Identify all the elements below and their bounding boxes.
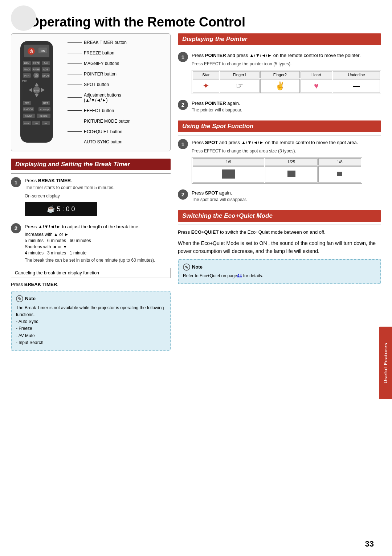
eco-quiet-page-link[interactable]: 44	[237, 273, 242, 278]
svg-text:✎: ✎	[185, 265, 188, 270]
svg-text:ASYNC: ASYNC	[25, 115, 33, 117]
pointer-section-header: Displaying the Pointer	[178, 33, 381, 45]
remote-label-auto-sync: AUTO SYNC button	[68, 139, 167, 144]
pointer-header-star: Star	[193, 71, 219, 78]
remote-label-spot: SPOT button	[68, 82, 167, 87]
remote-label-freeze: FREEZE button	[68, 50, 167, 56]
pointer-icons-table: Star Finger1 Finger2 Heart Underline ✦ ☞…	[192, 70, 381, 94]
spot-header-ninth: 1/9	[193, 158, 264, 165]
pointer-bold-2: POINTER	[205, 101, 226, 106]
svg-text:AV: AV	[44, 122, 47, 124]
spot-section-header: Using the Spot Function	[178, 120, 381, 132]
svg-text:3D: 3D	[35, 122, 38, 124]
note-icon: ✎ Note	[16, 295, 166, 303]
adjust-table: Increases with ▲ or ► 5 minutes 6 minute…	[25, 232, 171, 263]
break-timer-step-1: 1 Press BREAK TIMER. The timer starts to…	[11, 177, 171, 219]
title-decoration	[11, 5, 36, 31]
svg-text:@: @	[34, 74, 38, 78]
pointer-header-heart: Heart	[301, 71, 332, 78]
svg-text:A/V: A/V	[44, 62, 48, 65]
remote-label-effect: EFFECT button	[68, 108, 167, 113]
spot-size-small	[318, 166, 361, 183]
spot-bold-2: SPOT	[205, 190, 218, 196]
eco-quiet-section: Switching the Eco+Quiet Mode Press ECO+Q…	[178, 210, 381, 284]
pointer-step-1-content: Press POINTER and press ▲/▼/◄/► on the r…	[192, 52, 381, 97]
side-tab: Useful Features	[379, 327, 392, 399]
pointer-step-2-number: 2	[178, 100, 188, 110]
remote-label-adjustment: Adjustment buttons(▲/▼/◄/►)	[68, 93, 167, 103]
remote-label-break-timer: BREAK TIMER button	[68, 40, 167, 45]
remote-label-picture-mode: PICTURE MODE button	[68, 119, 167, 124]
remote-label-pointer: POINTER button	[68, 71, 167, 77]
pointer-bold-1: POINTER	[205, 53, 226, 58]
spot-header-25th: 1/25	[265, 158, 318, 165]
remote-diagram: ⏻ ON BRK FRZE A/V MAG	[11, 33, 171, 151]
remote-label-eco-quiet: ECO+QUIET button	[68, 129, 167, 134]
shortens-values-row: 4 minutes 3 minutes 1 minute	[25, 250, 171, 255]
pointer-icon-finger1: ☞	[220, 79, 260, 93]
svg-text:SPOT: SPOT	[42, 74, 49, 77]
spot-step-2: 2 Press SPOT again. The spot area will d…	[178, 189, 381, 203]
remote-image: ⏻ ON BRK FRZE A/V MAG	[15, 37, 62, 147]
pointer-icon-finger2: ✌	[260, 79, 300, 93]
spot-step-1-content: Press SPOT and press ▲/▼/◄/► on the remo…	[192, 139, 381, 187]
pointer-header-underline: Underline	[333, 71, 380, 78]
eco-quiet-instruction: Press ECO+QUIET to switch the Eco+Quiet …	[178, 229, 381, 236]
break-timer-step-2: 2 Press ▲/▼/◄/► to adjust the length of …	[11, 223, 171, 264]
svg-text:BRK: BRK	[24, 62, 30, 65]
svg-text:FRZE: FRZE	[33, 62, 40, 65]
svg-text:AGE: AGE	[43, 68, 49, 71]
svg-text:⏻: ⏻	[29, 49, 33, 53]
pointer-disappear-note: The pointer will disappear.	[192, 107, 381, 113]
eco-quiet-section-header: Switching the Eco+Quiet Mode	[178, 210, 381, 222]
eco-note-icon: ✎ Note	[183, 263, 376, 271]
step-2-content: Press ▲/▼/◄/► to adjust the length of th…	[25, 223, 171, 264]
step-1-detail: The timer starts to count down from 5 mi…	[25, 184, 171, 191]
svg-text:PAGE: PAGE	[33, 68, 40, 71]
pointer-step-1-number: 1	[178, 52, 188, 62]
spot-step-2-content: Press SPOT again. The spot area will dis…	[192, 189, 381, 203]
eco-quiet-detail: When the Eco+Quiet Mode is set to ON , t…	[178, 239, 381, 255]
right-column: Displaying the Pointer 1 Press POINTER a…	[178, 33, 381, 351]
eco-quiet-note-text: Refer to Eco+Quiet on page44 for details…	[183, 273, 376, 279]
page-title: Operating with the Remote Control	[29, 15, 381, 30]
break-timer-label2: BREAK TIMER	[24, 282, 57, 287]
shortens-row: Shortens with ◄ or ▼	[25, 244, 171, 249]
eco-quiet-divider	[178, 225, 381, 225]
svg-text:RET: RET	[43, 102, 49, 105]
press-break-timer-line: Press BREAK TIMER.	[11, 282, 171, 287]
pointer-step-2-content: Press POINTER again. The pointer will di…	[192, 100, 381, 114]
break-timer-divider	[11, 173, 171, 173]
spot-size-large	[193, 166, 264, 183]
svg-text:FUNC: FUNC	[24, 122, 30, 124]
note-pencil-icon: ✎	[16, 295, 23, 302]
spot-step-1-number: 1	[178, 139, 188, 149]
svg-text:✎: ✎	[18, 297, 21, 302]
spot-sizes-table: 1/9 1/25 1/8	[192, 157, 362, 184]
spot-step-2-number: 2	[178, 189, 188, 200]
spot-section: Using the Spot Function 1 Press SPOT and…	[178, 120, 381, 203]
spot-effect-note: Press EFFECT to change the spot area siz…	[192, 148, 381, 154]
spot-size-medium	[265, 166, 318, 183]
step-1-content: Press BREAK TIMER. The timer starts to c…	[25, 177, 171, 219]
svg-text:RESIZE: RESIZE	[40, 115, 48, 117]
increases-row: Increases with ▲ or ►	[25, 232, 171, 237]
pointer-icon-heart: ♥	[301, 79, 332, 93]
main-content: ⏻ ON BRK FRZE A/V MAG	[11, 33, 381, 351]
pointer-step-2: 2 Press POINTER again. The pointer will …	[178, 100, 381, 114]
left-column: ⏻ ON BRK FRZE A/V MAG	[11, 33, 171, 351]
note-break-text: The Break Timer is not available while t…	[16, 304, 166, 346]
pointer-header-finger2: Finger2	[260, 71, 300, 78]
pointer-header-finger1: Finger1	[220, 71, 260, 78]
svg-text:EFF: EFF	[24, 102, 29, 105]
eco-quiet-bold: ECO+QUIET	[191, 229, 219, 235]
remote-svg: ⏻ ON BRK FRZE A/V MAG	[15, 37, 58, 146]
remote-label-magnify: MAGNIFY buttons	[68, 61, 167, 66]
step-1-onscreen: On-screen display	[25, 193, 171, 199]
pointer-icon-star: ✦	[193, 79, 219, 93]
break-timer-bold: BREAK TIMER	[38, 178, 71, 183]
spot-header-8th: 1/8	[318, 158, 361, 165]
svg-text:MAG: MAG	[24, 68, 30, 71]
side-tab-label: Useful Features	[383, 343, 388, 384]
eco-note-pencil-icon: ✎	[183, 263, 190, 271]
